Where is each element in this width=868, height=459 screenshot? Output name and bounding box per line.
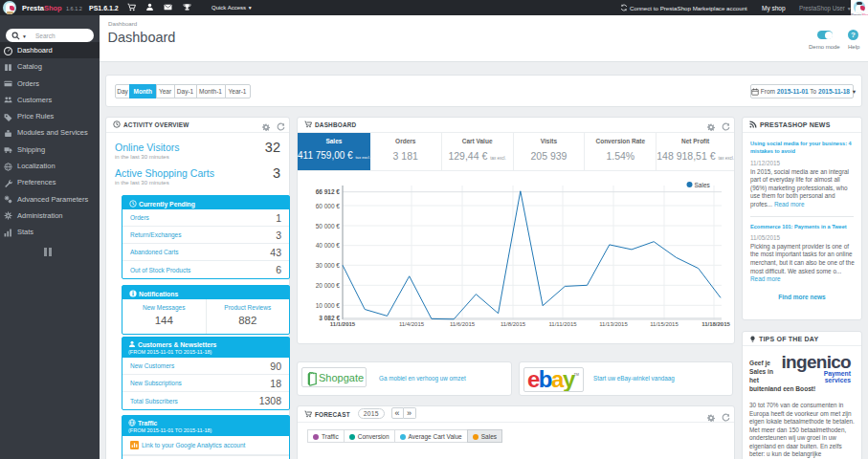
svg-text:50 000 €: 50 000 € <box>316 223 341 230</box>
svg-text:11/15/2015: 11/15/2015 <box>650 321 679 327</box>
svg-text:66 912 €: 66 912 € <box>316 188 341 195</box>
svg-text:Sales: Sales <box>695 182 711 188</box>
svg-text:11/4/2015: 11/4/2015 <box>399 321 425 327</box>
svg-text:60 000 €: 60 000 € <box>316 203 341 209</box>
svg-text:20 000 €: 20 000 € <box>316 282 341 289</box>
svg-text:11/13/2015: 11/13/2015 <box>599 321 628 327</box>
svg-text:11/6/2015: 11/6/2015 <box>450 321 476 327</box>
svg-text:11/11/2015: 11/11/2015 <box>548 321 577 327</box>
svg-text:11/18/2015: 11/18/2015 <box>701 321 730 327</box>
svg-text:11/1/2015: 11/1/2015 <box>330 321 356 327</box>
svg-text:30 000 €: 30 000 € <box>316 262 341 269</box>
svg-text:40 000 €: 40 000 € <box>316 242 341 249</box>
svg-text:11/8/2015: 11/8/2015 <box>501 321 526 327</box>
svg-text:10 000 €: 10 000 € <box>316 302 341 309</box>
